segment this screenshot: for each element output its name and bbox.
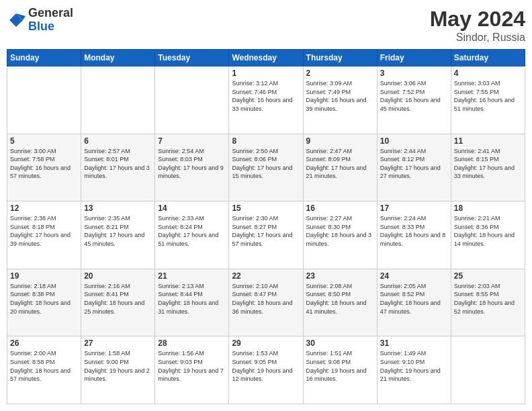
day-info: Sunrise: 3:09 AM Sunset: 7:49 PM Dayligh… [306, 79, 374, 113]
day-number: 3 [380, 68, 448, 78]
calendar-cell: 21Sunrise: 2:13 AM Sunset: 8:44 PM Dayli… [155, 269, 229, 336]
title-area: May 2024 Sindor, Russia [430, 7, 525, 44]
calendar-table: SundayMondayTuesdayWednesdayThursdayFrid… [7, 49, 525, 404]
calendar-cell: 10Sunrise: 2:44 AM Sunset: 8:12 PM Dayli… [377, 134, 451, 201]
day-info: Sunrise: 2:10 AM Sunset: 8:47 PM Dayligh… [232, 282, 300, 316]
day-number: 27 [84, 338, 152, 348]
col-header-saturday: Saturday [451, 50, 525, 66]
calendar-cell: 27Sunrise: 1:58 AM Sunset: 9:00 PM Dayli… [81, 336, 155, 404]
page: General Blue May 2024 Sindor, Russia Sun… [0, 0, 532, 411]
calendar-header-row: SundayMondayTuesdayWednesdayThursdayFrid… [7, 50, 525, 66]
day-number: 6 [84, 136, 152, 146]
day-number: 14 [158, 203, 226, 213]
day-number: 26 [10, 338, 78, 348]
calendar-cell: 4Sunrise: 3:03 AM Sunset: 7:55 PM Daylig… [451, 66, 525, 134]
calendar-cell: 14Sunrise: 2:33 AM Sunset: 8:24 PM Dayli… [155, 201, 229, 269]
day-info: Sunrise: 1:51 AM Sunset: 9:08 PM Dayligh… [306, 349, 374, 383]
calendar-cell: 8Sunrise: 2:50 AM Sunset: 8:06 PM Daylig… [229, 134, 303, 201]
day-info: Sunrise: 3:00 AM Sunset: 7:58 PM Dayligh… [10, 147, 78, 181]
calendar-cell: 22Sunrise: 2:10 AM Sunset: 8:47 PM Dayli… [229, 269, 303, 336]
calendar-cell: 5Sunrise: 3:00 AM Sunset: 7:58 PM Daylig… [7, 134, 81, 201]
calendar-week-4: 26Sunrise: 2:00 AM Sunset: 8:58 PM Dayli… [7, 336, 525, 404]
col-header-thursday: Thursday [303, 50, 377, 66]
calendar-cell: 26Sunrise: 2:00 AM Sunset: 8:58 PM Dayli… [7, 336, 81, 404]
day-number: 30 [306, 338, 374, 348]
day-number: 15 [232, 203, 300, 213]
day-info: Sunrise: 2:18 AM Sunset: 8:38 PM Dayligh… [10, 282, 78, 316]
calendar-cell: 23Sunrise: 2:08 AM Sunset: 8:50 PM Dayli… [303, 269, 377, 336]
day-number: 8 [232, 136, 300, 146]
day-info: Sunrise: 2:33 AM Sunset: 8:24 PM Dayligh… [158, 214, 226, 248]
day-info: Sunrise: 3:03 AM Sunset: 7:55 PM Dayligh… [454, 79, 522, 113]
calendar-week-0: 1Sunrise: 3:12 AM Sunset: 7:46 PM Daylig… [7, 66, 525, 134]
day-number: 13 [84, 203, 152, 213]
day-number: 1 [232, 68, 300, 78]
day-info: Sunrise: 2:21 AM Sunset: 8:36 PM Dayligh… [454, 214, 522, 248]
calendar-cell: 2Sunrise: 3:09 AM Sunset: 7:49 PM Daylig… [303, 66, 377, 134]
col-header-sunday: Sunday [7, 50, 81, 66]
subtitle: Sindor, Russia [430, 32, 525, 44]
day-info: Sunrise: 2:30 AM Sunset: 8:27 PM Dayligh… [232, 214, 300, 248]
calendar-cell: 16Sunrise: 2:27 AM Sunset: 8:30 PM Dayli… [303, 201, 377, 269]
calendar-cell: 30Sunrise: 1:51 AM Sunset: 9:08 PM Dayli… [303, 336, 377, 404]
logo-text: General Blue [28, 7, 73, 34]
day-number: 9 [306, 136, 374, 146]
calendar-cell: 1Sunrise: 3:12 AM Sunset: 7:46 PM Daylig… [229, 66, 303, 134]
calendar-cell: 11Sunrise: 2:41 AM Sunset: 8:15 PM Dayli… [451, 134, 525, 201]
calendar-cell [7, 66, 81, 134]
day-number: 5 [10, 136, 78, 146]
calendar-cell: 19Sunrise: 2:18 AM Sunset: 8:38 PM Dayli… [7, 269, 81, 336]
calendar-cell: 15Sunrise: 2:30 AM Sunset: 8:27 PM Dayli… [229, 201, 303, 269]
day-info: Sunrise: 2:24 AM Sunset: 8:33 PM Dayligh… [380, 214, 448, 248]
day-info: Sunrise: 1:58 AM Sunset: 9:00 PM Dayligh… [84, 349, 152, 383]
calendar-cell: 6Sunrise: 2:57 AM Sunset: 8:01 PM Daylig… [81, 134, 155, 201]
calendar-week-3: 19Sunrise: 2:18 AM Sunset: 8:38 PM Dayli… [7, 269, 525, 336]
day-number: 28 [158, 338, 226, 348]
day-number: 19 [10, 271, 78, 281]
calendar-cell: 18Sunrise: 2:21 AM Sunset: 8:36 PM Dayli… [451, 201, 525, 269]
day-number: 17 [380, 203, 448, 213]
day-info: Sunrise: 2:16 AM Sunset: 8:41 PM Dayligh… [84, 282, 152, 316]
day-number: 23 [306, 271, 374, 281]
logo-general: General [28, 7, 73, 20]
day-info: Sunrise: 2:54 AM Sunset: 8:03 PM Dayligh… [158, 147, 226, 181]
day-info: Sunrise: 2:57 AM Sunset: 8:01 PM Dayligh… [84, 147, 152, 181]
logo-icon [7, 11, 26, 30]
logo-blue: Blue [28, 20, 73, 34]
calendar-week-1: 5Sunrise: 3:00 AM Sunset: 7:58 PM Daylig… [7, 134, 525, 201]
day-info: Sunrise: 2:05 AM Sunset: 8:52 PM Dayligh… [380, 282, 448, 316]
day-info: Sunrise: 2:27 AM Sunset: 8:30 PM Dayligh… [306, 214, 374, 248]
day-info: Sunrise: 1:56 AM Sunset: 9:03 PM Dayligh… [158, 349, 226, 383]
day-info: Sunrise: 2:50 AM Sunset: 8:06 PM Dayligh… [232, 147, 300, 181]
main-title: May 2024 [430, 7, 525, 32]
calendar-cell: 28Sunrise: 1:56 AM Sunset: 9:03 PM Dayli… [155, 336, 229, 404]
day-info: Sunrise: 2:35 AM Sunset: 8:21 PM Dayligh… [84, 214, 152, 248]
day-number: 20 [84, 271, 152, 281]
day-number: 4 [454, 68, 522, 78]
day-info: Sunrise: 2:38 AM Sunset: 8:18 PM Dayligh… [10, 214, 78, 248]
day-number: 10 [380, 136, 448, 146]
calendar-cell: 7Sunrise: 2:54 AM Sunset: 8:03 PM Daylig… [155, 134, 229, 201]
calendar-cell: 24Sunrise: 2:05 AM Sunset: 8:52 PM Dayli… [377, 269, 451, 336]
calendar-cell [155, 66, 229, 134]
day-number: 16 [306, 203, 374, 213]
day-info: Sunrise: 2:44 AM Sunset: 8:12 PM Dayligh… [380, 147, 448, 181]
day-info: Sunrise: 1:49 AM Sunset: 9:10 PM Dayligh… [380, 349, 448, 383]
calendar-cell: 20Sunrise: 2:16 AM Sunset: 8:41 PM Dayli… [81, 269, 155, 336]
calendar-cell: 31Sunrise: 1:49 AM Sunset: 9:10 PM Dayli… [377, 336, 451, 404]
header: General Blue May 2024 Sindor, Russia [7, 7, 525, 44]
day-info: Sunrise: 3:12 AM Sunset: 7:46 PM Dayligh… [232, 79, 300, 113]
day-info: Sunrise: 1:53 AM Sunset: 9:05 PM Dayligh… [232, 349, 300, 383]
day-number: 24 [380, 271, 448, 281]
calendar-cell [81, 66, 155, 134]
day-number: 7 [158, 136, 226, 146]
col-header-friday: Friday [377, 50, 451, 66]
day-info: Sunrise: 3:06 AM Sunset: 7:52 PM Dayligh… [380, 79, 448, 113]
day-info: Sunrise: 2:08 AM Sunset: 8:50 PM Dayligh… [306, 282, 374, 316]
day-number: 18 [454, 203, 522, 213]
day-info: Sunrise: 2:47 AM Sunset: 8:09 PM Dayligh… [306, 147, 374, 181]
day-info: Sunrise: 2:41 AM Sunset: 8:15 PM Dayligh… [454, 147, 522, 181]
logo: General Blue [7, 7, 73, 34]
day-number: 29 [232, 338, 300, 348]
calendar-cell: 13Sunrise: 2:35 AM Sunset: 8:21 PM Dayli… [81, 201, 155, 269]
